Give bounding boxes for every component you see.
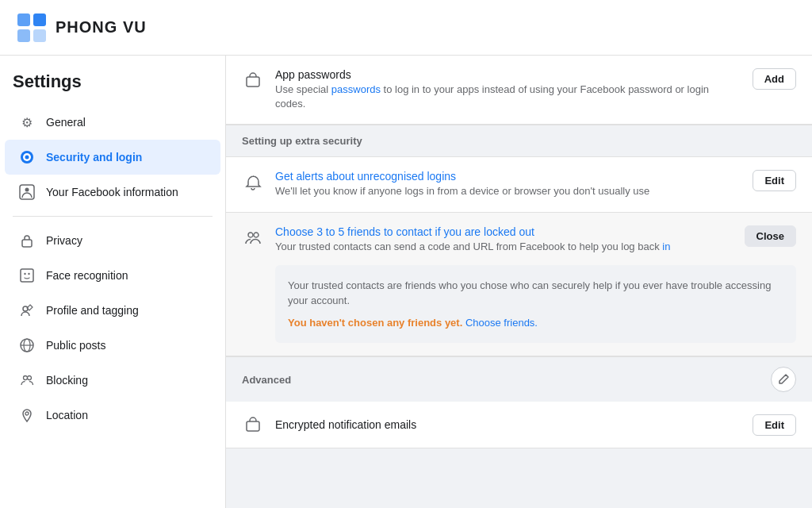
app-passwords-action: Add bbox=[753, 68, 796, 90]
app-passwords-icon bbox=[242, 70, 264, 92]
top-bar: PHONG VU bbox=[0, 0, 812, 56]
svg-point-11 bbox=[24, 273, 25, 275]
trusted-contacts-expanded-body: Your trusted contacts are friends who yo… bbox=[275, 265, 796, 344]
svg-point-13 bbox=[23, 306, 28, 311]
extra-security-header: Setting up extra security bbox=[226, 125, 812, 157]
in-link[interactable]: in bbox=[662, 241, 670, 252]
sidebar-item-security-label: Security and login bbox=[46, 151, 142, 164]
encrypted-icon bbox=[242, 414, 264, 437]
app-passwords-desc-start: Use special bbox=[275, 83, 331, 95]
sidebar-divider bbox=[13, 216, 213, 217]
encrypted-text: Encrypted notification emails bbox=[275, 418, 741, 431]
svg-rect-0 bbox=[17, 13, 30, 26]
sidebar-item-location-label: Location bbox=[46, 409, 88, 421]
sidebar-item-blocking-label: Blocking bbox=[46, 374, 88, 387]
sidebar-item-facebook-info-label: Your Facebook information bbox=[46, 186, 178, 198]
trusted-contacts-desc: Your trusted contacts can send a code an… bbox=[275, 240, 733, 254]
general-icon: ⚙ bbox=[17, 113, 36, 132]
encrypted-row: Encrypted notification emails Edit bbox=[226, 402, 812, 448]
security-icon bbox=[17, 148, 36, 167]
sidebar-item-public-posts-label: Public posts bbox=[46, 339, 105, 352]
sidebar-item-privacy-label: Privacy bbox=[46, 234, 82, 247]
trusted-contacts-row: Choose 3 to 5 friends to contact if you … bbox=[226, 213, 812, 357]
sidebar-item-profile-tagging-label: Profile and tagging bbox=[46, 304, 139, 317]
expanded-body-text: Your trusted contacts are friends who yo… bbox=[288, 278, 783, 309]
facebook-info-icon bbox=[17, 183, 36, 202]
svg-point-6 bbox=[25, 156, 29, 160]
trusted-contacts-main: Choose 3 to 5 friends to contact if you … bbox=[242, 225, 796, 254]
app-passwords-desc: Use special passwords to log in to your … bbox=[275, 83, 741, 111]
sidebar-item-general[interactable]: ⚙ General bbox=[5, 105, 220, 140]
encrypted-action: Edit bbox=[753, 414, 796, 436]
trusted-contacts-close-button[interactable]: Close bbox=[745, 225, 796, 247]
alerts-text: Get alerts about unrecognised logins We'… bbox=[275, 170, 741, 198]
trusted-contacts-icon bbox=[242, 227, 264, 249]
app-passwords-title[interactable]: App passwords bbox=[275, 68, 741, 81]
sidebar-item-facebook-info[interactable]: Your Facebook information bbox=[5, 175, 220, 210]
alerts-icon bbox=[242, 171, 264, 194]
locked-out-link[interactable]: locked out bbox=[484, 225, 534, 238]
sidebar-item-profile-tagging[interactable]: Profile and tagging bbox=[5, 293, 220, 328]
edit-icon bbox=[777, 373, 790, 386]
sidebar-item-blocking[interactable]: Blocking bbox=[5, 363, 220, 398]
alerts-edit-button[interactable]: Edit bbox=[753, 170, 796, 191]
passwords-link[interactable]: passwords bbox=[331, 83, 381, 95]
app-passwords-row: App passwords Use special passwords to l… bbox=[226, 56, 812, 125]
sidebar-item-public-posts[interactable]: Public posts bbox=[5, 328, 220, 363]
svg-rect-2 bbox=[17, 29, 30, 42]
location-icon bbox=[17, 406, 36, 425]
logo: PHONG VU bbox=[16, 12, 147, 44]
encrypted-edit-button[interactable]: Edit bbox=[753, 414, 796, 436]
alerts-action: Edit bbox=[753, 170, 796, 191]
alerts-desc: We'll let you know if anyone logs in fro… bbox=[275, 184, 741, 198]
sidebar-item-general-label: General bbox=[46, 116, 86, 129]
logo-text: PHONG VU bbox=[56, 18, 147, 37]
trusted-contacts-title[interactable]: Choose 3 to 5 friends to contact if you … bbox=[275, 225, 733, 238]
svg-point-12 bbox=[28, 273, 29, 275]
sidebar-title: Settings bbox=[0, 71, 225, 105]
face-recognition-icon bbox=[17, 266, 36, 285]
svg-point-19 bbox=[25, 412, 29, 415]
alerts-title[interactable]: Get alerts about unrecognised logins bbox=[275, 170, 741, 183]
svg-rect-3 bbox=[33, 29, 46, 42]
app-passwords-add-button[interactable]: Add bbox=[753, 68, 796, 90]
sidebar-item-privacy[interactable]: Privacy bbox=[5, 223, 220, 258]
svg-point-8 bbox=[25, 188, 29, 192]
svg-rect-20 bbox=[247, 77, 259, 87]
sidebar: Settings ⚙ General Security and login Yo… bbox=[0, 56, 226, 508]
alerts-row: Get alerts about unrecognised logins We'… bbox=[226, 157, 812, 212]
trusted-contacts-action: Close bbox=[745, 225, 796, 247]
choose-friends-link[interactable]: Choose friends. bbox=[465, 317, 538, 329]
sidebar-item-security-login[interactable]: Security and login bbox=[5, 140, 220, 175]
svg-rect-9 bbox=[22, 240, 32, 247]
sidebar-item-location[interactable]: Location bbox=[5, 398, 220, 433]
privacy-icon bbox=[17, 231, 36, 250]
trusted-contacts-warning: You haven't chosen any friends yet. bbox=[288, 317, 462, 329]
svg-rect-1 bbox=[33, 13, 46, 26]
svg-rect-23 bbox=[247, 421, 259, 431]
sidebar-item-face-recognition-label: Face recognition bbox=[46, 269, 128, 282]
trusted-contacts-title-start: Choose 3 to 5 friends to contact if you … bbox=[275, 225, 484, 238]
trusted-contacts-desc-start: Your trusted contacts can send a code an… bbox=[275, 241, 662, 252]
sidebar-item-face-recognition[interactable]: Face recognition bbox=[5, 258, 220, 293]
advanced-section: Advanced bbox=[226, 356, 812, 402]
app-passwords-text: App passwords Use special passwords to l… bbox=[275, 68, 741, 111]
svg-point-22 bbox=[254, 233, 259, 237]
phongvu-logo-icon bbox=[16, 12, 48, 44]
svg-point-17 bbox=[24, 376, 28, 380]
main-layout: Settings ⚙ General Security and login Yo… bbox=[0, 56, 812, 508]
svg-point-18 bbox=[28, 376, 32, 380]
blocking-icon bbox=[17, 371, 36, 390]
encrypted-title[interactable]: Encrypted notification emails bbox=[275, 418, 741, 431]
content-area: App passwords Use special passwords to l… bbox=[226, 56, 812, 508]
svg-rect-10 bbox=[21, 269, 33, 282]
advanced-header: Advanced bbox=[242, 374, 291, 386]
public-posts-icon bbox=[17, 336, 36, 355]
trusted-contacts-text: Choose 3 to 5 friends to contact if you … bbox=[275, 225, 733, 254]
svg-point-21 bbox=[248, 233, 253, 237]
advanced-edit-button[interactable] bbox=[771, 367, 796, 392]
profile-tagging-icon bbox=[17, 301, 36, 320]
